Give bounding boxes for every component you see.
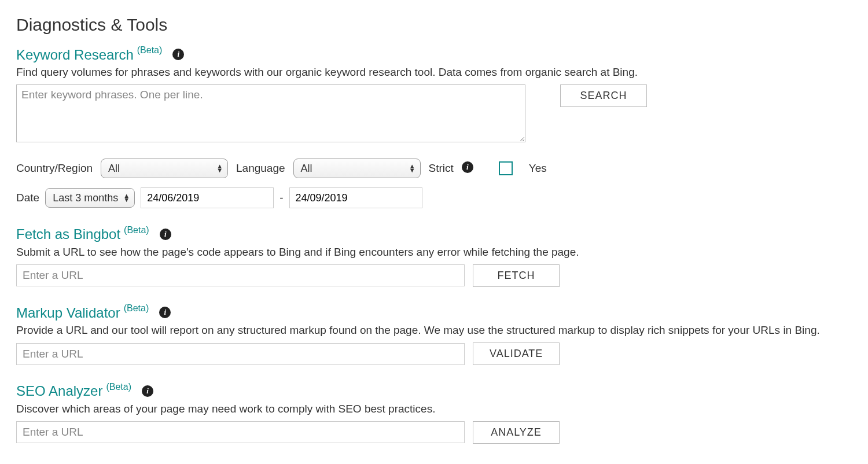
date-to-input[interactable] <box>289 187 422 208</box>
strict-checkbox[interactable] <box>499 161 513 175</box>
page-title: Diagnostics & Tools <box>16 15 852 35</box>
beta-badge: (Beta) <box>137 45 163 56</box>
fetch-button[interactable]: FETCH <box>473 264 560 287</box>
keyword-research-title[interactable]: Keyword Research <box>16 47 134 62</box>
info-icon[interactable]: i <box>462 161 473 173</box>
markup-validator-title[interactable]: Markup Validator <box>16 305 120 321</box>
country-value: All <box>108 163 120 175</box>
seo-url-input[interactable] <box>16 421 465 443</box>
yes-label: Yes <box>529 162 547 175</box>
language-select[interactable]: All <box>293 159 421 178</box>
markup-url-input[interactable] <box>16 343 465 365</box>
seo-analyzer-title[interactable]: SEO Analyzer <box>16 384 102 399</box>
beta-badge: (Beta) <box>124 225 149 235</box>
chevron-up-down-icon <box>123 194 130 202</box>
language-value: All <box>301 163 312 175</box>
fetch-as-bingbot-title[interactable]: Fetch as Bingbot <box>16 227 120 242</box>
info-icon[interactable]: i <box>172 49 184 60</box>
language-label: Language <box>236 162 285 175</box>
country-select[interactable]: All <box>101 159 228 178</box>
strict-label: Strict <box>429 162 454 175</box>
chevron-up-down-icon <box>216 164 223 172</box>
keyword-input[interactable] <box>16 84 525 142</box>
markup-validator-desc: Provide a URL and our tool will report o… <box>16 324 852 337</box>
info-icon[interactable]: i <box>159 307 171 318</box>
date-range-value: Last 3 months <box>53 192 118 204</box>
beta-badge: (Beta) <box>106 382 131 392</box>
seo-analyzer-desc: Discover which areas of your page may ne… <box>16 403 852 415</box>
date-label: Date <box>16 192 39 204</box>
date-from-input[interactable] <box>141 187 274 208</box>
fetch-url-input[interactable] <box>16 264 465 286</box>
info-icon[interactable]: i <box>160 229 171 240</box>
country-region-label: Country/Region <box>16 162 93 175</box>
keyword-research-desc: Find query volumes for phrases and keywo… <box>16 66 852 79</box>
fetch-as-bingbot-desc: Submit a URL to see how the page's code … <box>16 246 852 259</box>
validate-button[interactable]: VALIDATE <box>473 343 560 365</box>
info-icon[interactable]: i <box>142 385 153 397</box>
analyze-button[interactable]: ANALYZE <box>473 421 560 444</box>
date-range-select[interactable]: Last 3 months <box>45 188 135 208</box>
chevron-up-down-icon <box>409 164 415 172</box>
search-button[interactable]: SEARCH <box>560 84 647 107</box>
date-range-separator: - <box>279 192 283 204</box>
beta-badge: (Beta) <box>124 303 149 314</box>
